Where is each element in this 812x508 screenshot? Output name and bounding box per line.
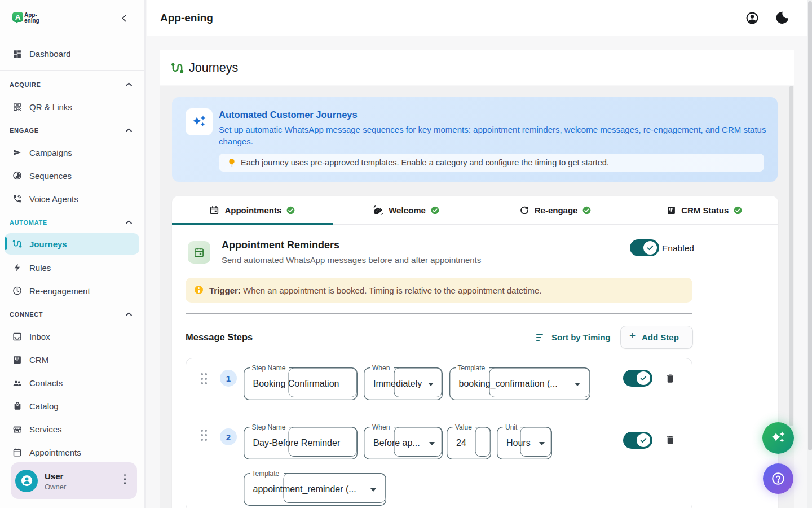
svg-text:A: A: [15, 13, 21, 21]
